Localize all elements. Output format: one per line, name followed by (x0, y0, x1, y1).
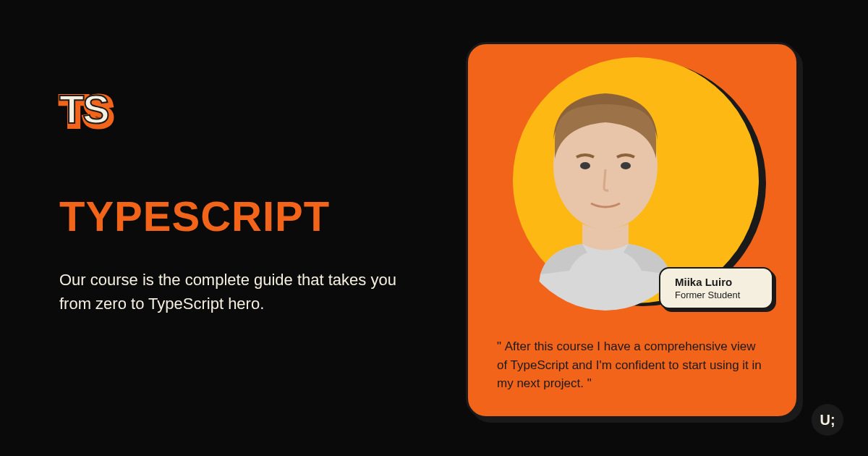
page-title: TYPESCRIPT (59, 192, 421, 240)
testimonial-card: Miika Luiro Former Student " After this … (466, 42, 799, 418)
name-tag: Miika Luiro Former Student (659, 267, 773, 309)
brand-logo: U; (812, 404, 843, 436)
quote-text: After this course I have a comprehensive… (497, 339, 762, 390)
subtitle: Our course is the complete guide that ta… (59, 268, 421, 316)
badge-text: TS (59, 86, 109, 132)
left-column: TS TS TYPESCRIPT Our course is the compl… (59, 85, 421, 316)
person-role: Former Student (675, 290, 757, 300)
ts-badge: TS TS (59, 85, 109, 132)
logo-text: U; (820, 412, 835, 428)
testimonial-quote: " After this course I have a comprehensi… (497, 337, 767, 393)
svg-point-3 (580, 162, 590, 169)
person-name: Miika Luiro (675, 276, 757, 288)
svg-point-4 (621, 162, 631, 169)
